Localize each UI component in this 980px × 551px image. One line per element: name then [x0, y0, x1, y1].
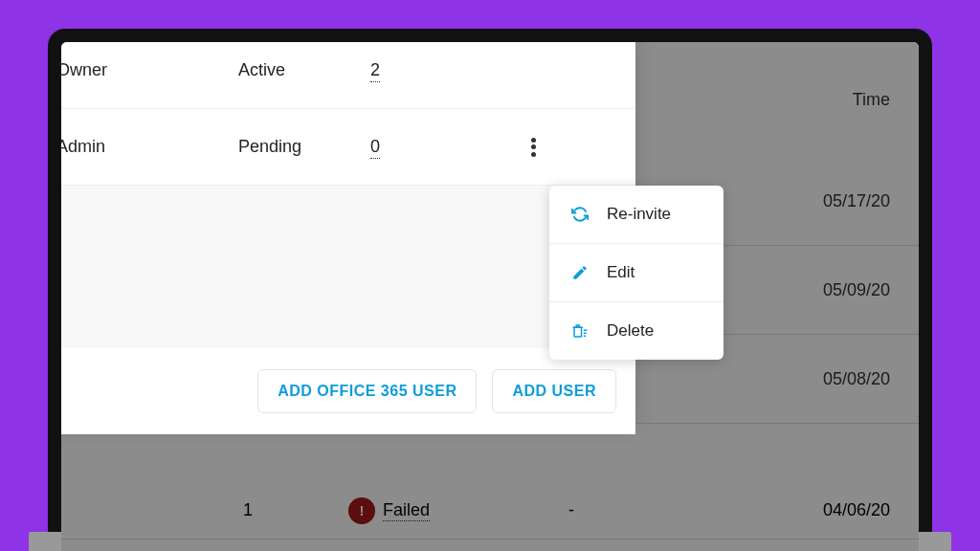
user-role: Owner	[61, 60, 238, 80]
kebab-menu-button[interactable]	[514, 138, 552, 157]
menu-item-label: Delete	[607, 321, 654, 341]
context-menu: Re-invite Edit	[549, 186, 724, 360]
menu-item-label: Edit	[607, 263, 635, 282]
menu-item-label: Re-invite	[607, 205, 671, 224]
add-office365-user-button[interactable]: ADD OFFICE 365 USER	[257, 369, 477, 413]
screen: d To Time 05/17/20 05/09/20 05/08/20 1 !…	[61, 42, 919, 551]
edit-icon	[570, 263, 590, 282]
user-row-admin[interactable]: Admin Pending 0	[61, 109, 635, 186]
user-count: 2	[370, 60, 514, 80]
menu-item-delete[interactable]: Delete	[549, 302, 724, 360]
user-status: Pending	[238, 137, 370, 157]
user-count: 0	[370, 137, 514, 157]
user-status: Active	[238, 60, 370, 80]
svg-rect-0	[574, 327, 582, 337]
device-frame: d To Time 05/17/20 05/09/20 05/08/20 1 !…	[48, 29, 932, 551]
menu-item-reinvite[interactable]: Re-invite	[549, 186, 724, 244]
user-row-owner[interactable]: Owner Active 2	[61, 42, 635, 109]
refresh-icon	[570, 205, 590, 224]
modal-footer: ADD OFFICE 365 USER ADD USER	[61, 348, 635, 434]
kebab-icon	[531, 138, 535, 157]
user-role: Admin	[61, 137, 238, 157]
delete-icon	[570, 321, 590, 341]
menu-item-edit[interactable]: Edit	[549, 244, 724, 302]
add-user-button[interactable]: ADD USER	[492, 369, 616, 413]
